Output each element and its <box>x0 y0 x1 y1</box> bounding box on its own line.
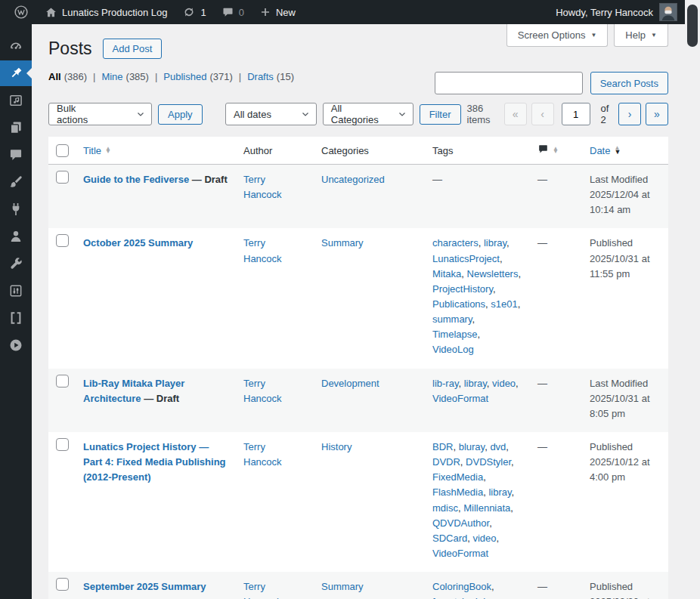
tag-link[interactable]: Newsletters <box>467 268 519 279</box>
category-link[interactable]: Summary <box>321 237 364 249</box>
tag-link[interactable]: DVDStyler <box>466 456 511 468</box>
category-link[interactable]: Uncategorized <box>321 174 385 185</box>
tag-link[interactable]: VideoLog <box>432 344 474 355</box>
search-posts-button[interactable]: Search Posts <box>590 72 668 94</box>
tag-link[interactable]: mdisc <box>432 502 458 514</box>
filter-button[interactable]: Filter <box>420 104 461 125</box>
sidebar-item-sliders[interactable] <box>0 278 32 304</box>
tag-link[interactable]: Ink <box>475 596 488 599</box>
tag-link[interactable]: video <box>492 378 516 389</box>
tag-link[interactable]: BDR <box>432 441 453 452</box>
tag-link[interactable]: SDCard <box>432 533 467 544</box>
current-page-input[interactable] <box>562 103 590 125</box>
updates-button[interactable]: 1 <box>177 0 211 24</box>
search-input[interactable] <box>435 72 583 94</box>
tag-link[interactable]: FlashMedia <box>432 486 483 498</box>
row-checkbox[interactable] <box>56 375 69 387</box>
row-checkbox[interactable] <box>56 234 69 247</box>
comments-button[interactable]: 0 <box>216 0 249 24</box>
tag-link[interactable]: libray <box>464 378 487 389</box>
tag-link[interactable]: QDVDAuthor <box>432 517 489 529</box>
view-filter-link[interactable]: Mine <box>101 71 122 82</box>
dates-filter-select[interactable]: All dates <box>225 103 317 125</box>
tag-link[interactable]: ProjectHistory <box>432 283 493 295</box>
category-link[interactable]: Development <box>321 378 379 389</box>
tag-link[interactable]: summary <box>432 313 472 325</box>
view-filter-link[interactable]: Published <box>163 71 206 82</box>
scrollbar-thumb[interactable] <box>687 5 698 47</box>
avatar[interactable] <box>659 3 677 21</box>
tag-link[interactable]: bluray <box>459 441 485 452</box>
row-checkbox[interactable] <box>56 578 69 591</box>
sidebar-item-comments[interactable] <box>0 142 32 168</box>
sort-by-title-header[interactable]: Title ▲▼ <box>83 145 111 156</box>
tag-link[interactable]: VideoFormat <box>432 548 488 559</box>
tag-link[interactable]: Mitaka <box>432 268 461 279</box>
screen-options-button[interactable]: Screen Options ▼ <box>506 24 609 47</box>
site-name-link[interactable]: Lunatics Production Log <box>39 0 172 24</box>
category-link[interactable]: History <box>321 441 352 452</box>
tag-link[interactable]: freestyle <box>432 596 469 599</box>
tag-link[interactable]: video <box>472 533 496 544</box>
category-link[interactable]: Summary <box>321 581 364 592</box>
view-filter-link[interactable]: All <box>48 71 61 82</box>
apply-button[interactable]: Apply <box>158 104 203 125</box>
sidebar-item-brackets[interactable] <box>0 305 32 331</box>
author-link[interactable]: Terry Hancock <box>243 174 282 200</box>
sidebar-item-pages[interactable] <box>0 115 32 140</box>
page-scrollbar[interactable] <box>685 0 700 599</box>
tag-link[interactable]: Publications <box>432 298 485 310</box>
tag-link[interactable]: VideoFormat <box>432 393 488 404</box>
sort-by-comments-header[interactable]: ▲▼ <box>537 144 559 157</box>
post-title-link[interactable]: Guide to the Fediverse <box>83 174 189 185</box>
post-title-link[interactable]: October 2025 Summary <box>83 237 193 249</box>
sort-by-date-header[interactable]: Date ▲▼ <box>590 145 621 156</box>
view-filter-link[interactable]: Drafts <box>247 71 274 82</box>
sidebar-item-users[interactable] <box>0 224 32 249</box>
row-checkbox[interactable] <box>56 171 69 184</box>
prev-page-button[interactable]: ‹ <box>531 103 554 125</box>
row-checkbox[interactable] <box>56 438 69 451</box>
sidebar-item-play[interactable] <box>0 332 32 358</box>
tag-link[interactable]: LunaticsProject <box>432 253 500 264</box>
last-page-button[interactable]: » <box>646 103 668 125</box>
author-link[interactable]: Terry Hancock <box>243 378 282 404</box>
sidebar-item-wrench[interactable] <box>0 251 32 276</box>
categories-filter-select[interactable]: All Categories <box>323 103 413 125</box>
new-button[interactable]: New <box>254 0 301 24</box>
tag-link[interactable]: Timelapse <box>432 329 477 340</box>
tag-link[interactable]: s1e01 <box>491 298 517 310</box>
post-title-link[interactable]: Lunatics Project History — Part 4: Fixed… <box>83 441 226 483</box>
tag-link[interactable]: libray <box>488 486 511 498</box>
users-icon <box>8 229 23 244</box>
tag-link[interactable]: Millenniata <box>463 502 510 514</box>
new-label: New <box>276 7 296 18</box>
sidebar-item-dashboard[interactable] <box>0 33 32 59</box>
tag-link[interactable]: dvd <box>490 441 506 452</box>
post-date-label: 2025/10/31 at 8:05 pm <box>590 391 661 421</box>
tag-link[interactable]: libray <box>484 237 506 249</box>
sidebar-item-plug[interactable] <box>0 196 32 222</box>
bulk-actions-select[interactable]: Bulk actions <box>48 103 152 125</box>
tag-link[interactable]: characters <box>432 237 479 249</box>
tag-link[interactable]: FixedMedia <box>432 471 483 483</box>
author-link[interactable]: Terry Hancock <box>243 581 282 599</box>
tag-link[interactable]: DVDR <box>432 456 460 468</box>
post-title-link[interactable]: September 2025 Summary <box>83 581 206 592</box>
tag-link[interactable]: lib-ray <box>432 378 458 389</box>
add-post-button[interactable]: Add Post <box>103 39 163 59</box>
first-page-button[interactable]: « <box>504 103 527 125</box>
pages-icon <box>8 120 23 135</box>
sidebar-item-paintbrush[interactable] <box>0 169 32 195</box>
sidebar-item-pushpin[interactable] <box>0 60 32 86</box>
author-link[interactable]: Terry Hancock <box>243 237 282 264</box>
select-all-checkbox[interactable] <box>56 144 69 157</box>
sidebar-item-media[interactable] <box>0 88 32 113</box>
play-icon <box>8 338 23 353</box>
tag-link[interactable]: ColoringBook <box>432 581 491 592</box>
author-link[interactable]: Terry Hancock <box>243 441 282 468</box>
howdy-label[interactable]: Howdy, Terry Hancock <box>556 7 653 18</box>
next-page-button[interactable]: › <box>618 103 641 125</box>
wordpress-menu-button[interactable] <box>8 0 35 24</box>
help-button[interactable]: Help ▼ <box>614 24 668 47</box>
